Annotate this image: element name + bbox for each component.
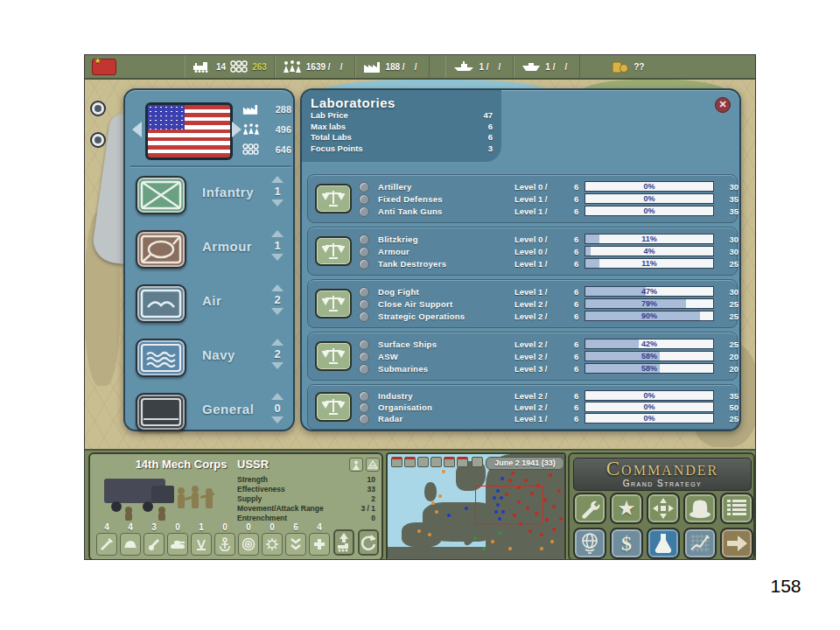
commander-panel: Commander Grand Strategy ★: [568, 452, 755, 560]
transports-extra: /: [559, 62, 572, 72]
minimap-viewport[interactable]: [475, 486, 543, 524]
navy-spinner: 2: [267, 337, 288, 382]
tech-cost: 25: [721, 312, 738, 321]
minimap-toggle-naval-units[interactable]: [457, 457, 468, 467]
focus-radio[interactable]: [359, 364, 369, 374]
focus-radio[interactable]: [359, 234, 369, 245]
tech-cost: 20: [721, 364, 738, 374]
tech-max: 6: [574, 352, 578, 361]
minimap-zoom-icon[interactable]: [472, 457, 483, 467]
close-icon[interactable]: ✕: [715, 97, 731, 113]
minimap-toggle-land-units[interactable]: [444, 457, 455, 467]
balance-scale-icon[interactable]: [315, 289, 352, 318]
move-mode-button[interactable]: [647, 493, 680, 524]
spin-down-arrow[interactable]: [271, 362, 284, 369]
rail-move-button[interactable]: [333, 529, 354, 556]
focus-radio[interactable]: [359, 194, 369, 205]
progress-percent: 58%: [585, 364, 713, 374]
map-unit-marker[interactable]: [90, 101, 106, 116]
navy-icon[interactable]: [136, 339, 186, 377]
max-labs-value: 6: [488, 122, 493, 133]
tech-cost: 25: [721, 340, 738, 349]
person-icon[interactable]: [349, 458, 363, 472]
unit-name: 14th Mech Corps: [102, 458, 260, 471]
focus-radio[interactable]: [359, 259, 369, 270]
unit-info-panel: 14th Mech Corps USSR Strength: [88, 452, 383, 560]
tech-cost: 30: [721, 182, 738, 192]
minimap-toggle-rail[interactable]: [404, 457, 416, 467]
balance-scale-icon[interactable]: [315, 392, 352, 422]
focus-radio[interactable]: [359, 352, 369, 362]
tech-name: Tank Destroyers: [378, 259, 446, 269]
refresh-button[interactable]: [358, 529, 379, 556]
general-icon[interactable]: [136, 393, 186, 431]
focus-radio[interactable]: [359, 206, 369, 217]
tech-level: Level 2 /: [514, 299, 548, 309]
anchor-icon: [214, 533, 235, 556]
options-wrench-button[interactable]: [573, 493, 606, 524]
spin-down-arrow[interactable]: [271, 416, 284, 424]
tech-level: Level 1 /: [514, 287, 548, 297]
balance-scale-icon[interactable]: [315, 236, 352, 266]
armour-icon[interactable]: [136, 230, 186, 269]
ussr-flag-icon[interactable]: ★: [92, 59, 116, 75]
spin-up-arrow[interactable]: [271, 284, 284, 291]
focus-radio[interactable]: [359, 182, 369, 192]
achievements-star-button[interactable]: ★: [610, 493, 643, 524]
stat-count: 0: [261, 522, 284, 533]
spin-up-arrow[interactable]: [271, 339, 284, 346]
next-nation-arrow[interactable]: [232, 122, 242, 137]
focus-radio[interactable]: [359, 402, 369, 413]
focus-radio[interactable]: [359, 287, 369, 298]
spin-down-arrow[interactable]: [271, 308, 284, 315]
minimap[interactable]: June 2 1941 (33): [386, 452, 566, 560]
focus-radio[interactable]: [359, 312, 369, 322]
spin-down-arrow[interactable]: [271, 200, 284, 206]
air-icon[interactable]: [136, 284, 186, 323]
tech-max: 6: [574, 287, 578, 297]
artillery-icon: [144, 533, 164, 556]
spin-down-arrow[interactable]: [271, 254, 284, 261]
balance-scale-icon[interactable]: [315, 184, 352, 214]
plus-icon: [309, 533, 330, 556]
focus-radio[interactable]: [359, 414, 369, 424]
general-spinner: 0: [267, 391, 288, 437]
minimap-toggle-cities[interactable]: [417, 457, 429, 467]
spin-up-arrow[interactable]: [271, 176, 284, 183]
world-globe-button[interactable]: [573, 528, 606, 559]
focus-radio[interactable]: [359, 299, 369, 310]
tech-name: Anti Tank Guns: [378, 206, 443, 216]
prev-nation-arrow[interactable]: [132, 122, 142, 137]
game-logo: Commander Grand Strategy: [573, 458, 752, 491]
category-air: Air 2: [125, 283, 297, 328]
end-turn-arrow-button[interactable]: [720, 528, 753, 559]
ships-section: 1 / /: [445, 55, 514, 78]
terrain-icon[interactable]: [366, 458, 380, 472]
effectiveness-label: Effectiveness: [237, 485, 285, 494]
lab-row: Strategic Operations Level 2 / 6 90% 25: [359, 311, 735, 322]
minimap-toggle-resources[interactable]: [430, 457, 442, 467]
focus-radio[interactable]: [359, 340, 369, 350]
focus-radio[interactable]: [359, 247, 369, 257]
tech-level: Level 2 /: [514, 402, 548, 412]
spin-up-arrow[interactable]: [271, 230, 284, 237]
logo-subtitle: Grand Strategy: [574, 480, 751, 487]
artillery-attack-cell: 3: [143, 522, 165, 556]
balance-scale-icon[interactable]: [315, 341, 352, 371]
research-flask-button[interactable]: [647, 528, 680, 559]
slide: Leipzig (2) Breslau (1) Chernigov ★ 14 2…: [0, 0, 840, 630]
diplomacy-hat-button[interactable]: [683, 493, 717, 524]
map-unit-marker[interactable]: [90, 132, 106, 148]
economy-dollar-button[interactable]: $: [610, 528, 643, 559]
tech-cost: 35: [721, 391, 738, 401]
naval-attack-cell: 0: [214, 522, 236, 556]
focus-radio[interactable]: [359, 391, 369, 402]
nation-selector: 288 496 646: [130, 97, 291, 162]
tech-name: Strategic Operations: [378, 312, 465, 321]
minimap-toggle-weather[interactable]: [391, 457, 402, 467]
spin-up-arrow[interactable]: [271, 393, 284, 400]
usa-flag-canton: [148, 105, 185, 130]
infantry-icon[interactable]: [136, 176, 186, 214]
reports-list-button[interactable]: [720, 493, 753, 524]
statistics-chart-button[interactable]: [683, 528, 717, 559]
